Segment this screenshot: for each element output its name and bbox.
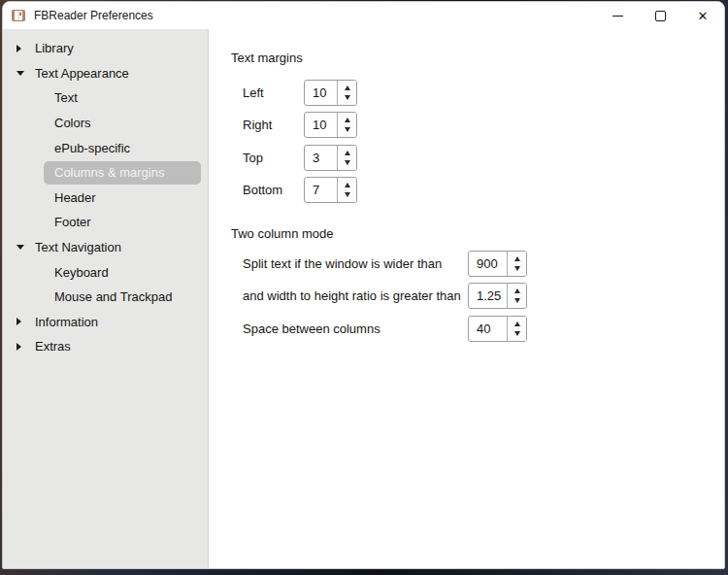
column-space-label: Space between columns <box>243 316 381 342</box>
spinner-buttons <box>507 252 526 276</box>
right-margin-label: Right <box>243 112 272 138</box>
sidebar-item-label: ePub-specific <box>54 141 130 155</box>
sidebar-item-mouse-and-trackpad[interactable]: Mouse and Trackpad <box>3 285 208 310</box>
triangle-down-icon <box>345 95 350 100</box>
sidebar-item-label: Footer <box>54 215 91 229</box>
top-margin-label: Top <box>243 145 263 171</box>
preferences-window: FBReader Preferences ✕ Library Text Appe… <box>2 1 725 569</box>
sidebar-item-label: Text <box>54 90 78 105</box>
spin-up-button[interactable] <box>508 284 526 296</box>
minimize-button[interactable] <box>596 2 639 29</box>
sidebar-item-label: Header <box>54 190 96 205</box>
book-icon <box>11 8 26 23</box>
right-margin-spinbox <box>304 112 357 138</box>
spin-down-button[interactable] <box>508 296 526 309</box>
sidebar-item-keyboard[interactable]: Keyboard <box>3 259 208 285</box>
triangle-down-icon <box>345 160 350 165</box>
bottom-margin-label: Bottom <box>243 177 282 203</box>
triangle-up-icon <box>345 118 350 122</box>
triangle-right-icon[interactable] <box>17 318 21 325</box>
spin-down-button[interactable] <box>508 329 526 342</box>
sidebar-item-text-appearance[interactable]: Text Appearance <box>3 61 208 86</box>
triangle-down-icon <box>514 331 520 336</box>
sidebar-item-columns-margins[interactable]: Columns & margins <box>3 160 208 186</box>
left-margin-input[interactable] <box>305 81 337 105</box>
spin-down-button[interactable] <box>338 93 356 106</box>
triangle-down-icon <box>514 298 520 303</box>
sidebar-item-epub-specific[interactable]: ePub-specific <box>3 135 208 160</box>
maximize-button[interactable] <box>639 2 681 29</box>
split-width-input[interactable] <box>469 252 507 276</box>
triangle-up-icon <box>345 183 350 187</box>
left-margin-label: Left <box>243 80 264 106</box>
spinner-buttons <box>507 284 526 308</box>
triangle-down-icon[interactable] <box>17 245 24 250</box>
spin-up-button[interactable] <box>338 178 356 190</box>
triangle-right-icon[interactable] <box>17 45 21 52</box>
sidebar-item-extras[interactable]: Extras <box>3 334 208 359</box>
spinner-buttons <box>337 146 356 170</box>
sidebar-item-label: Information <box>35 315 98 329</box>
spinner-buttons <box>337 178 356 202</box>
sidebar-item-label: Colors <box>54 116 91 130</box>
right-margin-input[interactable] <box>305 113 337 137</box>
top-margin-input[interactable] <box>305 146 337 170</box>
ratio-label: and width to height ratio is greater tha… <box>243 283 461 309</box>
triangle-up-icon <box>345 151 350 155</box>
window-controls: ✕ <box>596 2 724 29</box>
sidebar-item-colors[interactable]: Colors <box>3 111 208 136</box>
triangle-up-icon <box>345 85 350 90</box>
ratio-input[interactable] <box>469 284 507 308</box>
spin-down-button[interactable] <box>508 264 526 277</box>
triangle-up-icon <box>514 288 520 293</box>
triangle-down-icon <box>345 127 350 132</box>
top-margin-spinbox <box>304 145 357 171</box>
sidebar-item-label: Text Appearance <box>35 66 129 81</box>
spinner-buttons <box>507 317 526 341</box>
spin-up-button[interactable] <box>338 81 356 93</box>
sidebar-item-library[interactable]: Library <box>3 36 208 61</box>
triangle-up-icon <box>514 256 520 261</box>
minimize-icon <box>612 16 623 17</box>
spinner-buttons <box>337 113 356 137</box>
settings-panel: Text margins Left Right Top <box>209 29 724 568</box>
triangle-down-icon <box>345 192 350 197</box>
sidebar-item-text-navigation[interactable]: Text Navigation <box>3 235 208 260</box>
spin-down-button[interactable] <box>338 158 356 171</box>
column-space-input[interactable] <box>469 317 507 341</box>
split-width-spinbox <box>468 251 527 277</box>
spin-up-button[interactable] <box>508 317 526 329</box>
spin-up-button[interactable] <box>508 252 526 264</box>
sidebar-item-label: Text Navigation <box>35 240 121 254</box>
sidebar-item-information[interactable]: Information <box>3 310 208 335</box>
sidebar-item-text[interactable]: Text <box>3 85 208 111</box>
maximize-icon <box>655 11 666 21</box>
window-title: FBReader Preferences <box>34 9 153 22</box>
close-button[interactable]: ✕ <box>681 2 724 29</box>
bottom-margin-spinbox <box>304 177 357 203</box>
sidebar-item-label: Library <box>35 41 74 55</box>
sidebar-item-footer[interactable]: Footer <box>3 210 208 235</box>
titlebar[interactable]: FBReader Preferences ✕ <box>3 2 724 29</box>
column-space-spinbox <box>468 316 527 342</box>
text-margins-heading: Text margins <box>231 51 303 65</box>
left-margin-spinbox <box>304 80 357 106</box>
split-width-label: Split text if the window is wider than <box>243 251 442 277</box>
sidebar-item-label: Keyboard <box>54 265 109 280</box>
sidebar-item-label: Extras <box>35 339 71 354</box>
spin-up-button[interactable] <box>338 113 356 125</box>
preferences-tree: Library Text Appearance Text Colors ePub… <box>3 29 209 568</box>
bottom-margin-input[interactable] <box>305 178 337 202</box>
sidebar-item-header[interactable]: Header <box>3 186 208 211</box>
sidebar-item-label: Columns & margins <box>54 165 164 180</box>
triangle-down-icon <box>514 266 520 271</box>
triangle-down-icon[interactable] <box>17 71 24 76</box>
spinner-buttons <box>337 81 356 105</box>
close-icon: ✕ <box>698 10 709 22</box>
triangle-up-icon <box>514 321 520 326</box>
triangle-right-icon[interactable] <box>17 343 21 351</box>
spin-up-button[interactable] <box>338 146 356 158</box>
spin-down-button[interactable] <box>338 190 356 203</box>
spin-down-button[interactable] <box>338 125 356 138</box>
two-column-mode-heading: Two column mode <box>231 226 334 241</box>
